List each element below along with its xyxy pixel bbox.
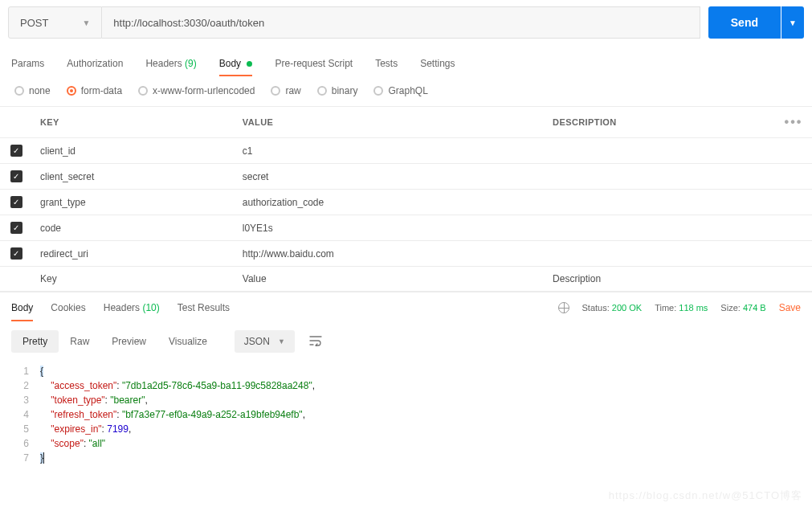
response-header: Body Cookies Headers (10) Test Results S… [0, 292, 812, 322]
code-line: { [40, 364, 43, 378]
table-row[interactable]: ✓ grant_type authorization_code [0, 190, 812, 215]
send-dropdown-button[interactable]: ▼ [781, 6, 804, 39]
radio-graphql[interactable]: GraphQL [373, 85, 427, 96]
param-key[interactable]: code [32, 215, 235, 241]
viewer-bar: Pretty Raw Preview Visualize JSON ▼ [0, 322, 812, 361]
watermark: https://blog.csdn.net/w@51CTO博客 [609, 489, 802, 503]
send-button[interactable]: Send [708, 6, 781, 39]
table-row[interactable]: ✓ redirect_uri http://www.baidu.com [0, 241, 812, 267]
radio-none[interactable]: none [14, 85, 51, 96]
code-line: "token_type": "bearer", [40, 393, 148, 407]
view-pretty[interactable]: Pretty [11, 330, 59, 353]
checkbox-icon[interactable]: ✓ [10, 170, 22, 182]
table-row[interactable]: ✓ client_id c1 [0, 138, 812, 164]
tab-prerequest[interactable]: Pre-request Script [275, 51, 353, 76]
radio-raw[interactable]: raw [271, 85, 300, 96]
radio-binary[interactable]: binary [317, 85, 358, 96]
param-description[interactable] [545, 138, 775, 164]
view-mode-tabs: Pretty Raw Preview Visualize [11, 330, 218, 353]
resp-tab-testresults[interactable]: Test Results [177, 294, 230, 321]
chevron-down-icon: ▼ [789, 18, 797, 27]
tab-body[interactable]: Body [219, 51, 253, 76]
param-value[interactable]: secret [235, 164, 545, 190]
param-key[interactable]: client_id [32, 138, 235, 164]
table-row[interactable]: ✓ client_secret secret [0, 164, 812, 190]
param-key-placeholder[interactable]: Key [32, 267, 235, 292]
chevron-down-icon: ▼ [82, 18, 90, 27]
request-bar: POST ▼ Send ▼ [0, 0, 812, 50]
col-key: KEY [32, 107, 235, 138]
param-description[interactable] [545, 190, 775, 215]
param-value[interactable]: l0YE1s [235, 215, 545, 241]
globe-icon[interactable] [558, 302, 569, 313]
param-key[interactable]: redirect_uri [32, 241, 235, 267]
table-row[interactable]: ✓ code l0YE1s [0, 215, 812, 241]
param-value[interactable]: authorization_code [235, 190, 545, 215]
tab-settings[interactable]: Settings [420, 51, 455, 76]
save-response-link[interactable]: Save [779, 302, 801, 313]
view-visualize[interactable]: Visualize [157, 330, 218, 353]
tab-headers[interactable]: Headers (9) [145, 51, 196, 76]
col-value: VALUE [235, 107, 545, 138]
param-key[interactable]: client_secret [32, 164, 235, 190]
code-line: } [40, 451, 44, 465]
table-row-placeholder[interactable]: Key Value Description [0, 267, 812, 292]
radio-urlencoded[interactable]: x-www-form-urlencoded [138, 85, 255, 96]
size-chip: Size: 474 B [720, 303, 765, 313]
method-label: POST [20, 17, 48, 29]
tab-params[interactable]: Params [11, 51, 44, 76]
table-header-row: KEY VALUE DESCRIPTION ••• [0, 107, 812, 138]
chevron-down-icon: ▼ [278, 337, 285, 345]
tab-authorization[interactable]: Authorization [67, 51, 123, 76]
more-icon[interactable]: ••• [785, 115, 803, 129]
param-value[interactable]: http://www.baidu.com [235, 241, 545, 267]
code-line: "expires_in": 7199, [40, 422, 131, 436]
response-body-viewer[interactable]: 1{ 2 "access_token": "7db1a2d5-78c6-45a9… [0, 361, 812, 468]
resp-tab-body[interactable]: Body [11, 294, 33, 321]
resp-tab-cookies[interactable]: Cookies [51, 294, 85, 321]
method-select[interactable]: POST ▼ [8, 6, 102, 39]
tab-body-label: Body [219, 58, 241, 69]
param-description-placeholder[interactable]: Description [545, 267, 775, 292]
checkbox-icon[interactable]: ✓ [10, 247, 22, 260]
tab-headers-label: Headers [145, 58, 182, 69]
code-line: "refresh_token": "bf7a3e77-ef0a-49a9-a25… [40, 407, 305, 422]
code-line: "scope": "all" [40, 436, 105, 451]
resp-tab-headers[interactable]: Headers (10) [104, 294, 160, 321]
radio-formdata[interactable]: form-data [67, 85, 122, 96]
body-type-radios: none form-data x-www-form-urlencoded raw… [0, 77, 812, 106]
request-tabs: Params Authorization Headers (9) Body Pr… [0, 50, 812, 77]
param-key[interactable]: grant_type [32, 190, 235, 215]
checkbox-icon[interactable]: ✓ [10, 196, 22, 208]
param-description[interactable] [545, 241, 775, 267]
param-value-placeholder[interactable]: Value [235, 267, 545, 292]
checkbox-icon[interactable]: ✓ [10, 145, 22, 157]
params-table: KEY VALUE DESCRIPTION ••• ✓ client_id c1… [0, 106, 812, 292]
code-line: "access_token": "7db1a2d5-78c6-45a9-ba11… [40, 378, 315, 393]
checkbox-icon[interactable]: ✓ [10, 222, 22, 234]
url-input[interactable] [102, 6, 700, 39]
format-select[interactable]: JSON ▼ [235, 330, 295, 353]
tab-tests[interactable]: Tests [375, 51, 398, 76]
view-preview[interactable]: Preview [100, 330, 157, 353]
col-description: DESCRIPTION [545, 107, 775, 138]
param-description[interactable] [545, 215, 775, 241]
response-tabs: Body Cookies Headers (10) Test Results [11, 294, 230, 321]
view-raw[interactable]: Raw [59, 330, 100, 353]
time-chip: Time: 118 ms [655, 303, 708, 313]
tab-headers-count: (9) [185, 58, 197, 69]
status-chip: Status: 200 OK [582, 303, 643, 313]
active-dot-icon [247, 61, 252, 67]
response-meta: Status: 200 OK Time: 118 ms Size: 474 B … [558, 302, 802, 313]
param-value[interactable]: c1 [235, 138, 545, 164]
param-description[interactable] [545, 164, 775, 190]
wrap-lines-icon[interactable] [309, 335, 322, 349]
